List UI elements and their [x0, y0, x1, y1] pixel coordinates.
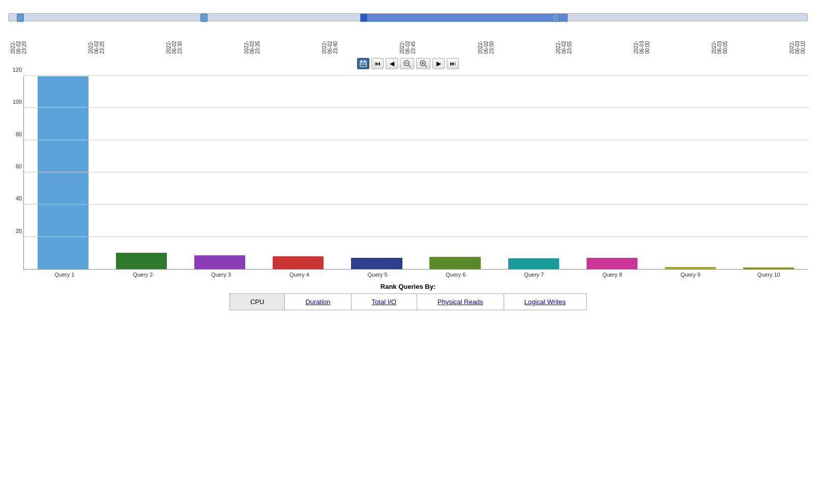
svg-rect-2: [364, 60, 365, 62]
grid-line: [24, 140, 808, 140]
last-button[interactable]: ⏭: [447, 58, 459, 69]
rank-label: Rank Queries By:: [8, 283, 808, 290]
bar[interactable]: [116, 253, 167, 269]
x-labels: Query 1Query 2Query 3Query 4Query 5Query…: [25, 270, 808, 278]
grid-line: [24, 75, 808, 76]
x-label: Query 8: [573, 270, 652, 278]
chart-area: 12010080604020 Query 1Query 2Query 3Quer…: [8, 76, 808, 278]
bar[interactable]: [38, 76, 89, 269]
timeline-tick: 2022-06-0300:10: [789, 23, 806, 54]
controls-row: ⏮ ◀ ▶ ⏭: [8, 58, 808, 69]
rank-button[interactable]: Total I/O: [352, 294, 417, 310]
grid-line: [24, 236, 808, 237]
timeline-handle-3[interactable]: [360, 14, 367, 22]
x-label: Query 4: [260, 270, 338, 278]
bar-group[interactable]: [337, 76, 416, 269]
bar-group[interactable]: [730, 76, 808, 269]
bar-group[interactable]: [573, 76, 651, 269]
rank-button[interactable]: Logical Writes: [504, 294, 586, 310]
grid-and-bars: 12010080604020: [23, 76, 808, 270]
timeline-track[interactable]: [8, 13, 808, 21]
rank-button[interactable]: Physical Reads: [417, 294, 504, 310]
timeline-handle-4[interactable]: [552, 14, 559, 22]
bar[interactable]: [665, 267, 716, 269]
chart-inner: 12010080604020 Query 1Query 2Query 3Quer…: [23, 76, 808, 278]
y-tick-label: 100: [13, 99, 24, 105]
bar[interactable]: [194, 255, 245, 269]
rank-buttons: CPUDurationTotal I/OPhysical ReadsLogica…: [229, 293, 587, 310]
y-tick-label: 40: [16, 195, 24, 201]
bar[interactable]: [743, 268, 794, 269]
timeline-tick: 2022-06-0223:50: [478, 23, 494, 54]
bar[interactable]: [587, 258, 637, 269]
x-label: Query 9: [651, 270, 730, 278]
calendar-icon[interactable]: [357, 58, 369, 69]
y-tick-label: 60: [16, 163, 24, 169]
next-button[interactable]: ▶: [432, 58, 445, 69]
x-label: Query 7: [495, 270, 573, 278]
timeline-tick: 2022-06-0223:35: [244, 23, 260, 54]
prev-button[interactable]: ◀: [386, 58, 398, 69]
bar-group[interactable]: [494, 76, 573, 269]
bar[interactable]: [508, 258, 559, 269]
rank-button[interactable]: Duration: [285, 294, 351, 310]
timeline-selected: [360, 14, 568, 22]
timeline-tick: 2022-06-0223:55: [556, 23, 572, 54]
bar-group[interactable]: [259, 76, 337, 269]
y-tick-label: 20: [16, 228, 24, 234]
bar-group[interactable]: [651, 76, 730, 269]
x-label: Query 1: [25, 270, 104, 278]
zoom-out-button[interactable]: [400, 58, 414, 69]
timeline-tick: 2022-06-0300:05: [711, 23, 728, 54]
y-tick-label: 80: [16, 131, 24, 137]
svg-line-11: [425, 65, 427, 67]
bar[interactable]: [351, 258, 402, 269]
x-label: Query 10: [730, 270, 808, 278]
timeline-handle-1[interactable]: [17, 14, 24, 22]
x-label: Query 5: [338, 270, 417, 278]
grid-line: [24, 107, 808, 108]
bar[interactable]: [429, 257, 480, 269]
timeline-tick: 2022-06-0300:00: [633, 23, 650, 54]
grid-line: [24, 204, 808, 204]
x-label: Query 2: [104, 270, 182, 278]
svg-rect-1: [361, 60, 362, 62]
timeline-ticks: 2022-06-0223:202022-06-0223:252022-06-02…: [8, 23, 808, 54]
svg-rect-6: [364, 64, 365, 65]
rank-button[interactable]: CPU: [230, 294, 285, 310]
bar-group[interactable]: [102, 76, 181, 269]
y-axis-label: [8, 76, 23, 278]
timeline-tick: 2022-06-0223:20: [10, 23, 27, 54]
timeline-container: 2022-06-0223:202022-06-0223:252022-06-02…: [8, 13, 808, 54]
bar-group[interactable]: [416, 76, 494, 269]
y-tick-label: 120: [13, 67, 24, 73]
timeline-handle-2[interactable]: [200, 14, 208, 22]
timeline-tick: 2022-06-0223:25: [88, 23, 105, 54]
timeline-tick: 2022-06-0223:40: [322, 23, 338, 54]
x-label: Query 6: [417, 270, 495, 278]
timeline-tick: 2022-06-0223:30: [166, 23, 183, 54]
svg-line-8: [409, 65, 411, 67]
bar[interactable]: [273, 256, 324, 269]
bars-row: [24, 76, 808, 269]
bar-group[interactable]: [24, 76, 102, 269]
first-button[interactable]: ⏮: [371, 58, 384, 69]
timeline-tick: 2022-06-0223:45: [399, 23, 416, 54]
svg-rect-5: [363, 64, 364, 65]
grid-line: [24, 172, 808, 172]
x-label: Query 3: [182, 270, 260, 278]
bar-group[interactable]: [181, 76, 259, 269]
svg-rect-4: [361, 64, 362, 65]
zoom-in-button[interactable]: [416, 58, 430, 69]
